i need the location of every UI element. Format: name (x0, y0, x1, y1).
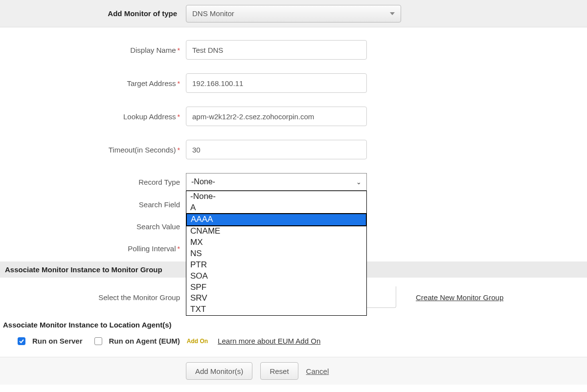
caret-down-icon (390, 12, 395, 15)
header-label: Add Monitor of type (0, 9, 186, 18)
search-value-label: Search Value (0, 222, 186, 231)
section-location-agent: Associate Monitor Instance to Location A… (0, 319, 587, 331)
run-on-agent-label: Run on Agent (EUM) (109, 337, 180, 345)
record-type-label: Record Type (0, 178, 186, 186)
lookup-address-input[interactable] (186, 107, 367, 126)
monitor-type-value: DNS Monitor (192, 9, 234, 18)
lookup-address-label: Lookup Address (0, 112, 186, 121)
record-type-option[interactable]: AAAA (186, 213, 367, 226)
record-type-option[interactable]: NS (186, 248, 366, 260)
run-on-agent-checkbox[interactable] (94, 337, 102, 345)
row-display-name: Display Name (0, 40, 587, 60)
record-type-option[interactable]: SOA (186, 271, 366, 282)
polling-interval-label: Polling Interval (0, 244, 186, 253)
record-type-select[interactable]: -None- ⌄ (186, 173, 367, 191)
footer: Add Monitor(s) Reset Cancel (0, 357, 587, 385)
record-type-value: -None- (191, 177, 215, 186)
run-on-server-label: Run on Server (32, 337, 83, 345)
reset-button[interactable]: Reset (260, 362, 298, 380)
record-type-option[interactable]: PTR (186, 260, 366, 271)
target-address-input[interactable] (186, 73, 367, 93)
row-lookup-address: Lookup Address (0, 107, 587, 126)
display-name-input[interactable] (186, 40, 367, 60)
form: Display Name Target Address Lookup Addre… (0, 27, 587, 385)
create-monitor-group-link[interactable]: Create New Monitor Group (416, 293, 503, 302)
cancel-link[interactable]: Cancel (306, 367, 329, 375)
record-type-option[interactable]: MX (186, 237, 366, 248)
chevron-down-icon: ⌄ (356, 178, 361, 186)
row-location-agents: Run on Server Run on Agent (EUM) Add On … (0, 331, 587, 357)
row-target-address: Target Address (0, 73, 587, 93)
monitor-type-dropdown[interactable]: DNS Monitor (186, 5, 401, 22)
record-type-option[interactable]: SRV (186, 293, 366, 304)
check-icon (19, 338, 24, 344)
record-type-options: -None-AAAAACNAMEMXNSPTRSOASPFSRVTXT (186, 191, 367, 316)
timeout-input[interactable] (186, 140, 367, 159)
search-field-label: Search Field (0, 200, 186, 209)
learn-more-link[interactable]: Learn more about EUM Add On (218, 337, 320, 345)
header-bar: Add Monitor of type DNS Monitor (0, 0, 587, 27)
addon-badge: Add On (187, 338, 208, 345)
record-type-option[interactable]: A (186, 202, 366, 214)
row-record-type: Record Type -None- ⌄ -None-AAAAACNAMEMXN… (0, 173, 587, 191)
record-type-option[interactable]: -None- (186, 191, 366, 202)
select-monitor-group-label: Select the Monitor Group (0, 293, 186, 302)
target-address-label: Target Address (0, 79, 186, 87)
record-type-option[interactable]: TXT (186, 304, 366, 315)
record-type-option[interactable]: SPF (186, 282, 366, 293)
record-type-option[interactable]: CNAME (186, 226, 366, 237)
timeout-label: Timeout(in Seconds) (0, 146, 186, 154)
run-on-server-checkbox[interactable] (18, 337, 25, 345)
display-name-label: Display Name (0, 46, 186, 54)
add-monitor-button[interactable]: Add Monitor(s) (186, 362, 252, 380)
row-timeout: Timeout(in Seconds) (0, 140, 587, 159)
